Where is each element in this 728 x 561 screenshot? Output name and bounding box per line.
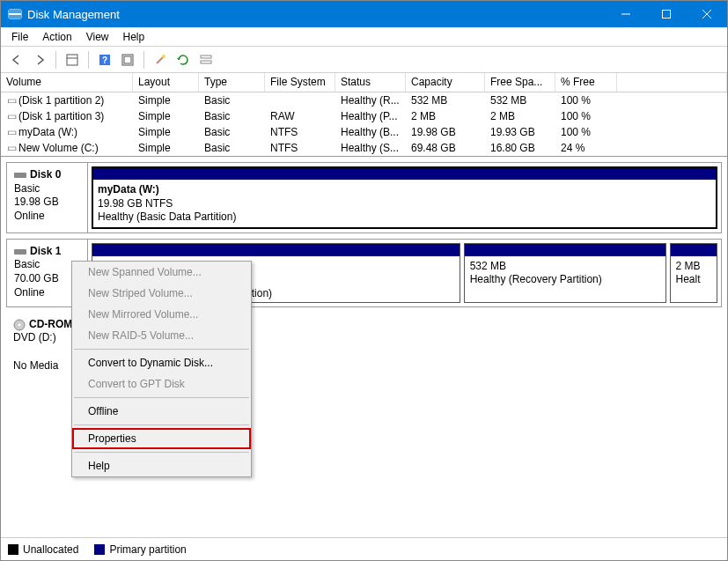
svg-text:?: ?	[102, 55, 107, 65]
svg-point-19	[18, 323, 21, 326]
menu-file[interactable]: File	[4, 29, 35, 45]
partition[interactable]: myData (W:) 19.98 GB NTFS Healthy (Basic…	[92, 166, 717, 229]
app-icon	[8, 7, 22, 21]
action-button[interactable]	[173, 50, 194, 70]
menu-item[interactable]: Properties	[72, 428, 251, 449]
disc-icon	[13, 319, 26, 331]
menu-item: New Mirrored Volume...	[72, 304, 251, 325]
volume-icon: ▭	[6, 126, 17, 138]
disk-row: Disk 0 Basic 19.98 GB Online myData (W:)…	[6, 162, 722, 233]
col-free[interactable]: Free Spa...	[485, 73, 555, 92]
window-title: Disk Management	[27, 8, 606, 21]
menu-action[interactable]: Action	[35, 29, 78, 45]
volume-icon: ▭	[6, 142, 17, 154]
svg-rect-4	[663, 11, 671, 18]
menu-item: New Striped Volume...	[72, 283, 251, 304]
menu-item: Convert to GPT Disk	[72, 373, 251, 395]
svg-rect-7	[67, 55, 77, 65]
minimize-button[interactable]	[606, 1, 646, 27]
title-bar: Disk Management	[1, 1, 727, 27]
menu-item: New RAID-5 Volume...	[72, 325, 251, 346]
forward-button[interactable]	[29, 50, 50, 70]
context-menu: New Spanned Volume...New Striped Volume.…	[71, 261, 252, 477]
legend-primary: Primary partition	[94, 543, 186, 556]
svg-rect-12	[124, 56, 131, 63]
show-hide-tree-button[interactable]	[62, 50, 83, 70]
svg-rect-16	[14, 173, 26, 178]
table-row[interactable]: ▭myData (W:)SimpleBasicNTFSHealthy (B...…	[1, 124, 727, 140]
col-capacity[interactable]: Capacity	[406, 73, 485, 92]
menu-item: New Spanned Volume...	[72, 262, 251, 283]
svg-rect-14	[201, 55, 211, 58]
disk-icon	[14, 171, 26, 180]
col-filesystem[interactable]: File System	[265, 73, 335, 92]
volume-icon: ▭	[6, 110, 17, 122]
maximize-button[interactable]	[646, 1, 687, 27]
col-layout[interactable]: Layout	[133, 73, 199, 92]
col-percent-free[interactable]: % Free	[555, 73, 617, 92]
menu-bar: File Action View Help	[1, 27, 727, 47]
col-spacer	[617, 73, 727, 92]
svg-point-13	[162, 55, 165, 58]
settings-button[interactable]	[150, 50, 171, 70]
svg-rect-17	[14, 249, 26, 255]
menu-help[interactable]: Help	[116, 29, 152, 45]
refresh-button[interactable]	[117, 50, 138, 70]
menu-item[interactable]: Convert to Dynamic Disk...	[72, 352, 251, 373]
close-button[interactable]	[687, 1, 727, 27]
disk-label[interactable]: Disk 0 Basic 19.98 GB Online	[7, 163, 88, 233]
window-controls	[606, 1, 727, 27]
volume-list-header: Volume Layout Type File System Status Ca…	[1, 73, 727, 92]
back-button[interactable]	[6, 50, 27, 70]
partition[interactable]: 2 MB Healt	[670, 243, 717, 303]
volume-list[interactable]: ▭(Disk 1 partition 2)SimpleBasicHealthy …	[1, 92, 727, 156]
table-row[interactable]: ▭(Disk 1 partition 3)SimpleBasicRAWHealt…	[1, 108, 727, 124]
menu-item[interactable]: Help	[72, 455, 251, 476]
col-type[interactable]: Type	[199, 73, 265, 92]
col-status[interactable]: Status	[335, 73, 406, 92]
menu-view[interactable]: View	[79, 29, 116, 45]
list-button[interactable]	[195, 50, 217, 70]
table-row[interactable]: ▭New Volume (C:)SimpleBasicNTFSHealthy (…	[1, 140, 727, 156]
svg-rect-1	[9, 10, 21, 13]
table-row[interactable]: ▭(Disk 1 partition 2)SimpleBasicHealthy …	[1, 92, 727, 108]
volume-icon: ▭	[6, 94, 17, 107]
disk-partitions: myData (W:) 19.98 GB NTFS Healthy (Basic…	[88, 163, 721, 233]
svg-rect-15	[201, 61, 211, 63]
menu-item[interactable]: Offline	[72, 401, 251, 422]
toolbar: ?	[1, 47, 727, 73]
col-volume[interactable]: Volume	[1, 73, 133, 92]
disk-icon	[14, 247, 26, 256]
svg-rect-2	[9, 15, 21, 18]
legend: Unallocated Primary partition	[1, 537, 727, 560]
legend-unallocated: Unallocated	[8, 543, 78, 556]
partition[interactable]: 532 MB Healthy (Recovery Partition)	[464, 243, 666, 303]
help-button[interactable]: ?	[94, 50, 115, 70]
